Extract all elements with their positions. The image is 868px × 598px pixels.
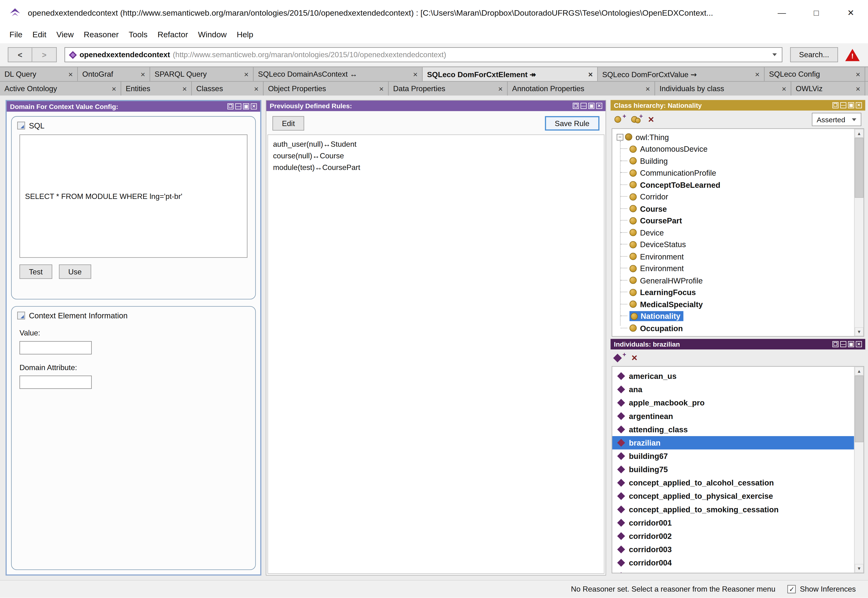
- split-view-icon[interactable]: —: [235, 103, 241, 109]
- class-tree-scrollbar[interactable]: ▲ ▼: [854, 129, 864, 336]
- tab-close-icon[interactable]: ×: [379, 84, 384, 93]
- individual-row[interactable]: concept_applied_to_smoking_cessation: [612, 503, 854, 516]
- menu-edit[interactable]: Edit: [28, 27, 52, 41]
- scroll-up-icon[interactable]: ▲: [855, 367, 864, 375]
- maximize-view-icon[interactable]: ▣: [848, 341, 854, 347]
- tree-row[interactable]: GeneralHWProfile: [612, 274, 854, 286]
- tab-close-icon[interactable]: ×: [413, 70, 417, 79]
- tab-close-icon[interactable]: ×: [856, 84, 860, 93]
- add-sibling-class-icon[interactable]: +: [631, 114, 642, 124]
- individual-row[interactable]: american_us: [612, 369, 854, 383]
- tab-entities[interactable]: Entities×: [121, 82, 192, 96]
- tab-close-icon[interactable]: ×: [141, 70, 145, 79]
- tab-close-icon[interactable]: ×: [856, 70, 860, 79]
- tab-sqleco-config[interactable]: SQLeco Config×: [765, 67, 865, 81]
- tree-row[interactable]: Environment: [612, 263, 854, 274]
- scroll-up-icon[interactable]: ▲: [855, 129, 864, 138]
- menu-window[interactable]: Window: [193, 27, 232, 41]
- tree-row-selected[interactable]: Nationality: [612, 310, 854, 322]
- asserted-dropdown[interactable]: Asserted: [812, 113, 861, 126]
- tab-close-icon[interactable]: ×: [646, 84, 650, 93]
- add-individual-icon[interactable]: +: [615, 353, 626, 363]
- tab-active-ontology[interactable]: Active Ontology×: [0, 82, 121, 96]
- tree-row-root[interactable]: − owl:Thing: [612, 131, 854, 143]
- individual-row-selected[interactable]: brazilian: [612, 436, 854, 449]
- tab-owlviz[interactable]: OWLViz×: [791, 82, 865, 96]
- add-subclass-icon[interactable]: +: [615, 114, 626, 124]
- rules-list[interactable]: auth_user(null)↔Student course(null)↔Cou…: [268, 135, 604, 574]
- individual-row[interactable]: corridor002: [612, 529, 854, 543]
- rule-item[interactable]: course(null)↔Course: [273, 150, 599, 161]
- tab-dl-query[interactable]: DL Query×: [0, 67, 78, 81]
- individual-row[interactable]: building67: [612, 449, 854, 463]
- search-button[interactable]: Search...: [790, 47, 838, 62]
- maximize-view-icon[interactable]: ▣: [588, 103, 595, 109]
- tab-close-icon[interactable]: ×: [68, 70, 73, 79]
- close-view-icon[interactable]: ✕: [856, 341, 862, 347]
- close-view-icon[interactable]: ✕: [856, 102, 862, 109]
- individual-row[interactable]: corridor001: [612, 516, 854, 529]
- individual-row[interactable]: concept_applied_to_alcohol_cessation: [612, 476, 854, 489]
- rule-item[interactable]: module(test)↔CoursePart: [273, 161, 599, 173]
- maximize-view-icon[interactable]: ▣: [848, 102, 854, 109]
- tab-annotation-properties[interactable]: Annotation Properties×: [508, 82, 655, 96]
- tree-row[interactable]: CoursePart: [612, 215, 854, 226]
- individual-row[interactable]: corridor005: [612, 570, 854, 573]
- tree-row[interactable]: ConceptToBeLearned: [612, 179, 854, 191]
- float-view-icon[interactable]: ❐: [832, 102, 838, 109]
- tab-close-icon[interactable]: ×: [244, 70, 249, 79]
- sql-query-textarea[interactable]: SELECT * FROM MODULE WHERE lng='pt-br': [19, 135, 247, 258]
- individual-row[interactable]: building75: [612, 463, 854, 476]
- menu-tools[interactable]: Tools: [124, 27, 153, 41]
- scroll-down-icon[interactable]: ▼: [855, 564, 864, 573]
- rule-item[interactable]: auth_user(null)↔Student: [273, 138, 599, 150]
- tab-data-properties[interactable]: Data Properties×: [389, 82, 508, 96]
- use-button[interactable]: Use: [59, 265, 91, 279]
- close-view-icon[interactable]: ✕: [251, 103, 257, 109]
- tab-individuals-by-class[interactable]: Individuals by class×: [655, 82, 791, 96]
- individual-row[interactable]: corridor003: [612, 543, 854, 556]
- float-view-icon[interactable]: ❐: [832, 341, 838, 347]
- minimize-button[interactable]: —: [765, 0, 799, 25]
- tree-row[interactable]: Occupation: [612, 322, 854, 334]
- individual-row[interactable]: corridor004: [612, 556, 854, 570]
- tab-close-icon[interactable]: ×: [498, 84, 502, 93]
- individual-row[interactable]: ana: [612, 383, 854, 396]
- tree-row[interactable]: DeviceStatus: [612, 239, 854, 250]
- delete-class-icon[interactable]: ✕: [648, 115, 654, 124]
- collapse-icon[interactable]: −: [617, 134, 623, 140]
- maximize-view-icon[interactable]: ▣: [243, 103, 249, 109]
- menu-file[interactable]: File: [4, 27, 28, 41]
- delete-individual-icon[interactable]: ✕: [631, 353, 637, 362]
- individuals-scrollbar[interactable]: ▲ ▼: [854, 367, 864, 573]
- selected-class[interactable]: Nationality: [630, 311, 683, 321]
- tree-row[interactable]: Environment: [612, 250, 854, 262]
- tab-close-icon[interactable]: ×: [588, 70, 593, 79]
- tab-classes[interactable]: Classes×: [192, 82, 264, 96]
- tree-row[interactable]: CommunicationProfile: [612, 167, 854, 179]
- tree-row[interactable]: Building: [612, 155, 854, 167]
- maximize-button[interactable]: □: [799, 0, 834, 25]
- float-view-icon[interactable]: ❐: [227, 103, 234, 109]
- tab-close-icon[interactable]: ×: [755, 70, 760, 79]
- domain-attribute-input[interactable]: [19, 375, 92, 389]
- tree-row[interactable]: Course: [612, 203, 854, 215]
- tab-sqleco-domforcxtvalue[interactable]: SQLeco DomForCxtValue ⇝×: [598, 67, 765, 81]
- tree-row[interactable]: LearningFocus: [612, 286, 854, 298]
- split-view-icon[interactable]: —: [580, 103, 587, 109]
- tab-close-icon[interactable]: ×: [182, 84, 187, 93]
- tree-row[interactable]: Corridor: [612, 191, 854, 203]
- scroll-thumb[interactable]: [855, 138, 864, 198]
- tab-sqleco-domforcxtelement[interactable]: SQLeco DomForCxtElement ↠×: [423, 67, 598, 81]
- individual-row[interactable]: concept_applied_to_physical_exercise: [612, 489, 854, 503]
- back-button[interactable]: <: [8, 47, 32, 62]
- tab-ontograf[interactable]: OntoGraf×: [78, 67, 150, 81]
- tab-sparql-query[interactable]: SPARQL Query×: [150, 67, 253, 81]
- tab-sqleco-domainascontext[interactable]: SQLeco DomainAsContext ↔×: [253, 67, 423, 81]
- split-view-icon[interactable]: —: [840, 102, 846, 109]
- tab-close-icon[interactable]: ×: [782, 84, 786, 93]
- individual-row[interactable]: apple_macbook_pro: [612, 396, 854, 410]
- close-view-icon[interactable]: ✕: [596, 103, 602, 109]
- tab-close-icon[interactable]: ×: [112, 84, 116, 93]
- split-view-icon[interactable]: —: [840, 341, 846, 347]
